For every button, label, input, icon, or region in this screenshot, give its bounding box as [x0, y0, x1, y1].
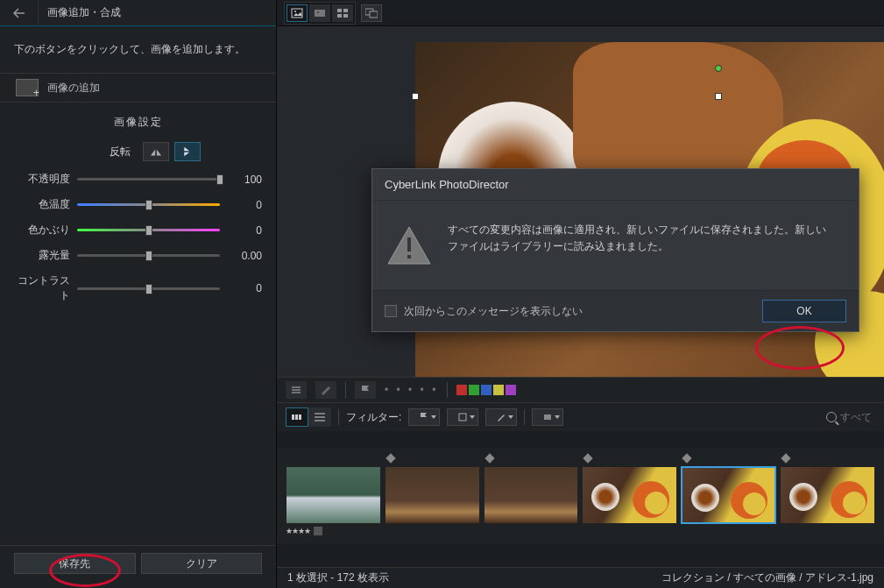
flip-vertical-button[interactable]: [174, 142, 201, 161]
back-button[interactable]: [0, 0, 39, 26]
rotation-handle[interactable]: [715, 65, 722, 72]
filter-label-dropdown[interactable]: [447, 408, 478, 426]
fullscreen-icon: [365, 8, 378, 18]
separator: [338, 409, 339, 425]
svg-rect-11: [295, 414, 298, 420]
svg-rect-10: [292, 414, 294, 420]
flag-icon: [359, 385, 371, 395]
filter-edit-dropdown[interactable]: [485, 408, 517, 426]
add-image-label: 画像の追加: [47, 81, 100, 96]
single-view-button[interactable]: [286, 4, 308, 22]
view-mode-group: [284, 2, 356, 25]
thumb-image: [681, 466, 776, 524]
search-icon: [826, 412, 837, 422]
stack-icon: [290, 385, 302, 395]
thumbnail-1[interactable]: ★★★★: [286, 455, 381, 537]
exposure-value: 0.00: [227, 250, 262, 262]
status-right: コレクション / すべての画像 / アドレス-1.jpg: [661, 570, 873, 585]
svg-point-1: [294, 11, 296, 12]
clear-button[interactable]: クリア: [141, 553, 263, 574]
thumb-image: [385, 466, 480, 524]
tint-slider[interactable]: [77, 229, 220, 231]
thumbnail-5-selected[interactable]: [681, 455, 776, 537]
selection-handle-n[interactable]: [715, 93, 722, 100]
left-panel: 画像追加・合成 下のボタンをクリックして、画像を追加します。 画像の追加 画像設…: [0, 0, 277, 588]
exposure-label: 露光量: [14, 248, 70, 263]
thumbnail-2[interactable]: [385, 455, 480, 537]
opacity-row: 不透明度 100: [0, 166, 276, 192]
search-input[interactable]: [840, 411, 875, 423]
dialog-body: すべての変更内容は画像に適用され、新しいファイルに保存されました。新しい ファイ…: [372, 201, 859, 290]
exposure-row: 露光量 0.00: [0, 243, 276, 268]
temp-slider[interactable]: [77, 203, 220, 206]
contrast-slider[interactable]: [77, 287, 220, 290]
brush-button[interactable]: [315, 381, 336, 399]
status-left: 1 枚選択 - 172 枚表示: [287, 570, 389, 585]
bottom-buttons: 保存先 クリア: [0, 545, 276, 581]
selection-handle-nw[interactable]: [412, 93, 419, 100]
warning-icon: [386, 225, 432, 266]
tag-red[interactable]: [456, 385, 467, 395]
thumb-icon: [291, 412, 303, 422]
list-view-button[interactable]: [308, 407, 331, 427]
svg-rect-5: [343, 9, 348, 12]
thumb-image: [484, 466, 579, 524]
flip-h-icon: [150, 146, 162, 157]
thumbnail-3[interactable]: [484, 455, 579, 537]
svg-rect-13: [459, 414, 466, 421]
edited-icon: [682, 453, 692, 463]
flip-row: 反転: [0, 137, 276, 166]
filter-label: フィルター:: [346, 410, 401, 425]
compare-view-button[interactable]: [309, 4, 330, 22]
thumb-image: [286, 466, 381, 524]
flip-label: 反転: [110, 145, 131, 159]
svg-rect-14: [544, 414, 551, 420]
dialog-footer: 次回からこのメッセージを表示しない OK: [372, 290, 859, 331]
status-bar: 1 枚選択 - 172 枚表示 コレクション / すべての画像 / アドレス-1…: [277, 567, 884, 588]
stack-button[interactable]: [286, 381, 307, 399]
separator: [447, 382, 448, 398]
search-box[interactable]: [826, 411, 875, 423]
edited-icon: [484, 453, 494, 463]
compare-icon: [314, 8, 326, 18]
exposure-slider[interactable]: [77, 254, 220, 257]
opacity-value: 100: [227, 174, 262, 186]
add-image-button[interactable]: 画像の追加: [0, 73, 276, 103]
tag-blue[interactable]: [481, 385, 492, 395]
ok-button[interactable]: OK: [762, 300, 846, 322]
instruction-text: 下のボタンをクリックして、画像を追加します。: [0, 26, 276, 73]
confirmation-dialog: CyberLink PhotoDirector すべての変更内容は画像に適用され…: [371, 168, 859, 332]
filter-bar: フィルター:: [277, 403, 884, 431]
square-icon: [458, 413, 467, 422]
edited-icon: [781, 453, 790, 463]
temp-row: 色温度 0: [0, 192, 276, 217]
thumbnail-4[interactable]: [582, 455, 677, 537]
thumbnail-view-button[interactable]: [286, 407, 308, 427]
thumbnail-strip: ★★★★: [277, 448, 884, 544]
dont-show-checkbox[interactable]: [385, 305, 397, 317]
tag-green[interactable]: [469, 385, 479, 395]
dont-show-label: 次回からこのメッセージを表示しない: [404, 304, 583, 319]
rating-dots[interactable]: • • • • •: [385, 384, 438, 396]
dialog-message: すべての変更内容は画像に適用され、新しいファイルに保存されました。新しい ファイ…: [448, 222, 826, 266]
tint-value: 0: [227, 224, 262, 237]
save-destination-button[interactable]: 保存先: [14, 553, 136, 574]
grid-view-button[interactable]: [332, 4, 353, 22]
separator: [524, 409, 525, 425]
svg-point-3: [317, 11, 319, 13]
flag-set-button[interactable]: [355, 381, 376, 399]
flip-horizontal-button[interactable]: [143, 142, 169, 161]
tag-purple[interactable]: [506, 385, 516, 395]
filter-flag-dropdown[interactable]: [408, 408, 440, 426]
dialog-title: CyberLink PhotoDirector: [372, 169, 859, 201]
thumbnail-6[interactable]: [780, 455, 875, 537]
list-view-toggle: [286, 407, 331, 427]
thumb-rating: ★★★★: [286, 527, 310, 535]
add-image-icon: [16, 79, 39, 96]
opacity-slider[interactable]: [77, 178, 220, 181]
fullscreen-button[interactable]: [361, 4, 382, 22]
thumb-edit-indicator: [286, 455, 381, 464]
thumb-flag-icon: [314, 527, 322, 535]
filter-extra-dropdown[interactable]: [532, 408, 563, 426]
tag-yellow[interactable]: [493, 385, 504, 395]
